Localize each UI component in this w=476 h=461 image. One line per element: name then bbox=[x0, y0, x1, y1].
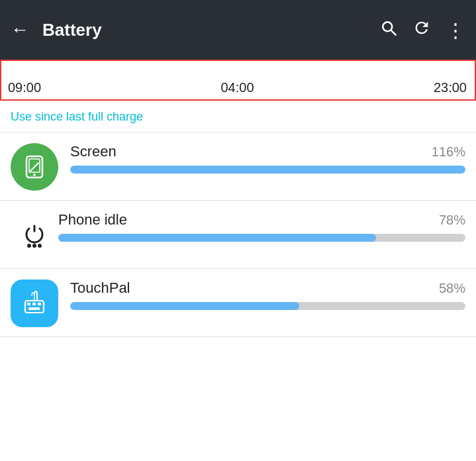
touchpal-bar-bg bbox=[70, 302, 465, 310]
svg-rect-9 bbox=[25, 301, 44, 313]
battery-chart: 09:00 04:00 23:00 bbox=[0, 60, 476, 101]
search-icon[interactable] bbox=[379, 19, 398, 42]
svg-point-6 bbox=[27, 244, 31, 248]
time-label-3: 23:00 bbox=[434, 80, 467, 95]
svg-point-4 bbox=[33, 174, 36, 176]
touchpal-icon bbox=[20, 289, 49, 318]
power-icon bbox=[19, 221, 50, 250]
touchpal-bar-fill bbox=[70, 302, 299, 310]
screen-item-pct: 116% bbox=[432, 144, 465, 160]
screen-bar-bg bbox=[70, 166, 465, 174]
svg-rect-13 bbox=[28, 307, 40, 310]
page-title: Battery bbox=[42, 20, 379, 40]
more-icon[interactable]: ⋮ bbox=[446, 19, 465, 42]
phone-idle-item-content: Phone idle 78% bbox=[58, 211, 465, 242]
phone-idle-item-pct: 78% bbox=[439, 213, 465, 228]
svg-point-8 bbox=[38, 244, 42, 248]
screen-item-top: Screen 116% bbox=[70, 143, 465, 160]
time-label-1: 09:00 bbox=[8, 80, 41, 95]
screen-icon-wrap bbox=[11, 143, 58, 191]
refresh-icon[interactable] bbox=[412, 19, 431, 42]
phone-idle-item-top: Phone idle 78% bbox=[58, 211, 465, 229]
screen-item-content: Screen 116% bbox=[70, 143, 465, 174]
time-label-2: 04:00 bbox=[220, 80, 254, 95]
touchpal-item-top: TouchPal 58% bbox=[70, 280, 465, 297]
battery-items-list: Screen 116% Phone idle 78% bbox=[0, 132, 476, 337]
svg-line-1 bbox=[391, 30, 395, 34]
svg-point-0 bbox=[383, 22, 392, 31]
screen-item-name: Screen bbox=[70, 143, 117, 160]
phone-idle-bar-fill bbox=[58, 234, 376, 242]
svg-rect-11 bbox=[32, 303, 36, 305]
touchpal-item-pct: 58% bbox=[439, 281, 465, 296]
screen-bar-fill bbox=[70, 166, 465, 174]
touchpal-item-name: TouchPal bbox=[70, 280, 130, 297]
phone-idle-item-name: Phone idle bbox=[58, 211, 127, 229]
battery-item-screen[interactable]: Screen 116% bbox=[0, 132, 476, 201]
action-icons: ⋮ bbox=[379, 19, 465, 42]
time-labels: 09:00 04:00 23:00 bbox=[1, 80, 475, 95]
phone-idle-bar-bg bbox=[58, 234, 465, 242]
svg-rect-12 bbox=[38, 303, 41, 305]
app-bar: ← Battery ⋮ bbox=[0, 0, 476, 60]
battery-item-phone-idle[interactable]: Phone idle 78% bbox=[0, 201, 476, 269]
screen-icon bbox=[20, 152, 49, 181]
touchpal-item-content: TouchPal 58% bbox=[70, 280, 465, 310]
phone-idle-icon-wrap bbox=[11, 211, 58, 259]
battery-item-touchpal[interactable]: TouchPal 58% bbox=[0, 269, 476, 337]
touchpal-icon-wrap bbox=[11, 280, 58, 327]
section-header-text: Use since last full charge bbox=[11, 110, 143, 123]
svg-rect-10 bbox=[27, 303, 30, 305]
section-header: Use since last full charge bbox=[0, 101, 476, 132]
svg-point-7 bbox=[32, 244, 36, 248]
svg-line-5 bbox=[30, 163, 38, 171]
back-button[interactable]: ← bbox=[11, 21, 29, 39]
